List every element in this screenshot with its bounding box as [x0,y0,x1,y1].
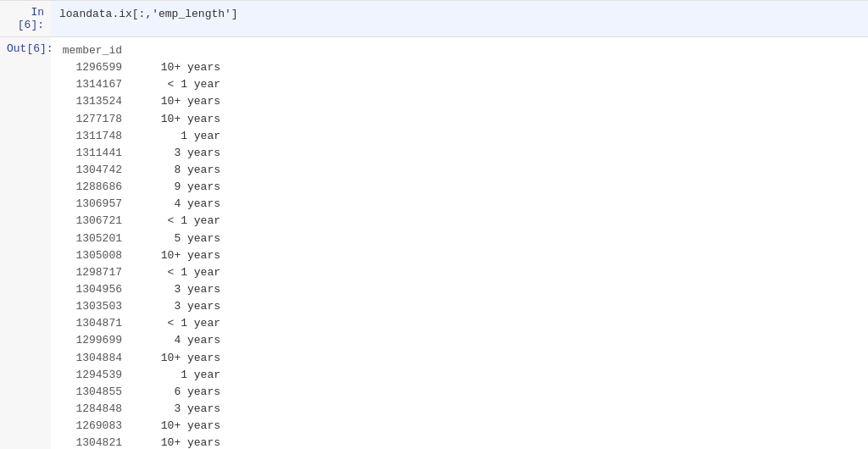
member-id: 1305008 [59,247,136,264]
member-id: 1314167 [59,76,136,93]
emp-length-value: 4 years [136,332,220,349]
code-text: loandata.ix[:,'emp_length'] [59,8,238,20]
input-content[interactable]: loandata.ix[:,'emp_length'] [51,1,868,36]
table-row: 1314167< 1 year [59,76,860,93]
table-row: 1298717< 1 year [59,264,860,281]
member-id: 1284848 [59,401,136,418]
member-id: 1299699 [59,332,136,349]
member-id: 1304742 [59,162,136,179]
table-row: 13047428 years [59,162,860,179]
emp-length-value: 8 years [136,162,220,179]
emp-length-value: 10+ years [136,247,220,264]
member-id: 1288686 [59,179,136,196]
input-label: In [6]: [0,1,51,36]
table-row: 13035033 years [59,298,860,315]
member-id: 1304821 [59,435,136,449]
table-row: 13117481 year [59,128,860,145]
emp-length-value: 10+ years [136,59,220,76]
table-row: 12848483 years [59,401,860,418]
member-id: 1305201 [59,230,136,247]
member-id: 1306957 [59,196,136,213]
emp-length-value: < 1 year [136,213,220,230]
emp-length-value: < 1 year [136,315,220,332]
table-row: 126908310+ years [59,418,860,435]
member-id: 1298717 [59,264,136,281]
emp-length-value: 10+ years [136,350,220,367]
table-row: 13069574 years [59,196,860,213]
emp-length-value: 3 years [136,145,220,162]
emp-length-value: 9 years [136,179,220,196]
emp-length-value: 4 years [136,196,220,213]
emp-length-value: 6 years [136,384,220,401]
header-value [136,42,220,59]
rows-container: 129659910+ years1314167< 1 year131352410… [59,59,860,449]
member-id: 1304956 [59,281,136,298]
table-row: 130488410+ years [59,350,860,367]
member-id: 1306721 [59,213,136,230]
member-id: 1304871 [59,315,136,332]
emp-length-value: 1 year [136,367,220,384]
table-row: 12945391 year [59,367,860,384]
table-row: 12996994 years [59,332,860,349]
table-row: 129659910+ years [59,59,860,76]
output-table: member_id 129659910+ years1314167< 1 yea… [59,42,860,449]
emp-length-value: < 1 year [136,76,220,93]
emp-length-value: 10+ years [136,418,220,435]
table-row: 1304871< 1 year [59,315,860,332]
emp-length-value: 3 years [136,401,220,418]
member-id: 1311441 [59,145,136,162]
table-row: 13052015 years [59,230,860,247]
member-id: 1296599 [59,59,136,76]
member-id: 1304884 [59,350,136,367]
table-row: 13048556 years [59,384,860,401]
emp-length-value: 3 years [136,281,220,298]
emp-length-value: 3 years [136,298,220,315]
table-row: 12886869 years [59,179,860,196]
emp-length-value: 5 years [136,230,220,247]
member-id: 1304855 [59,384,136,401]
table-row: 130482110+ years [59,435,860,449]
member-id: 1269083 [59,418,136,435]
table-row: 131352410+ years [59,93,860,110]
member-id: 1277178 [59,111,136,128]
member-id: 1311748 [59,128,136,145]
table-row: 1306721< 1 year [59,213,860,230]
table-row: 127717810+ years [59,111,860,128]
member-id: 1294539 [59,367,136,384]
member-id: 1303503 [59,298,136,315]
emp-length-value: 10+ years [136,93,220,110]
emp-length-value: 10+ years [136,111,220,128]
table-header: member_id [59,42,860,59]
input-cell: In [6]: loandata.ix[:,'emp_length'] [0,0,868,36]
output-cell: Out[6]: member_id 129659910+ years131416… [0,36,868,449]
member-id: 1313524 [59,93,136,110]
table-row: 13114413 years [59,145,860,162]
output-label: Out[6]: [0,37,51,449]
output-content: member_id 129659910+ years1314167< 1 yea… [51,37,868,449]
emp-length-value: 10+ years [136,435,220,449]
table-row: 130500810+ years [59,247,860,264]
table-row: 13049563 years [59,281,860,298]
header-member: member_id [59,42,136,59]
emp-length-value: < 1 year [136,264,220,281]
emp-length-value: 1 year [136,128,220,145]
